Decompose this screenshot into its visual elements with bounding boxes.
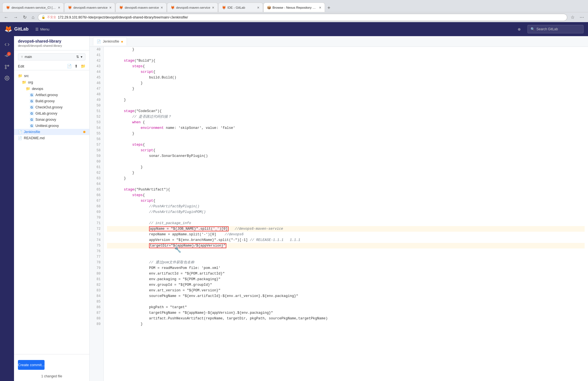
code-line-54: environment name: 'skipSonar', value: 'f… [107, 125, 585, 131]
code-line-56 [107, 136, 585, 142]
tab-6[interactable]: 📦 Browse - Nexus Repository Ma... × [263, 3, 325, 12]
gitlab-fox-icon: 🦊 [4, 25, 12, 33]
menu-button[interactable]: ☰ Menu [33, 26, 52, 32]
line-number-65: 65 [92, 187, 101, 192]
help-icon-btn[interactable]: ⊕ [515, 26, 523, 32]
svg-point-4 [5, 65, 6, 66]
svg-point-6 [6, 78, 8, 79]
branch-selector[interactable]: ⑂ main ⇅ ▾ [18, 53, 85, 61]
header-search[interactable]: 🔍 Search GitLab [527, 25, 584, 33]
modified-dot [83, 131, 85, 133]
tab-4-title: devops6-maven-service [176, 6, 210, 9]
floating-tool-icon[interactable]: 🔧 [174, 246, 181, 253]
code-line-53: when { [107, 120, 585, 125]
tree-item-gitlab[interactable]: G GitLab.groovy [14, 110, 89, 117]
line-number-60: 60 [92, 159, 101, 164]
groovy-icon-build: G [30, 99, 34, 103]
tab-2[interactable]: 🦊 devops6-maven-service × [64, 3, 115, 12]
folder-devops-label: devops [32, 87, 43, 91]
groovy-icon-checkout: G [30, 105, 34, 109]
new-dir-icon[interactable]: 📁 [81, 64, 85, 68]
tree-item-build[interactable]: G Build.groovy [14, 98, 89, 104]
code-line-81: env.packaging = "${POM.packaging}" [107, 277, 585, 282]
back-button[interactable]: ← [2, 14, 10, 21]
tree-item-unittest[interactable]: G Unittest.groovy [14, 123, 89, 129]
lock-icon: 🔓 [41, 15, 45, 19]
code-line-52: // 是否跳过代码扫描？ [107, 114, 585, 120]
folder-icon-src: 📁 [18, 74, 22, 78]
sidebar-merge-icon[interactable] [2, 62, 12, 72]
tab-1-close[interactable]: × [58, 5, 60, 10]
tab-4[interactable]: 🦊 devops6-maven-service × [167, 3, 218, 12]
line-number-63: 63 [92, 176, 101, 181]
forward-button[interactable]: → [12, 14, 20, 21]
file-tree-content: 📁 src 📁 org 📁 devops G Artifact.groovy G… [14, 70, 89, 354]
code-line-89: } [107, 321, 585, 327]
tree-item-devops[interactable]: 📁 devops [14, 85, 89, 92]
line-number-72: 72 [92, 226, 101, 232]
tab-5-title: IDE - GitLab [227, 6, 255, 9]
tab-1[interactable]: 🦊 devops6-maven-service_CI [Je... × [2, 3, 64, 12]
tree-item-checkout[interactable]: G CheckOut.groovy [14, 104, 89, 110]
line-number-78: 78 [92, 260, 101, 265]
tab-6-close[interactable]: × [319, 5, 321, 10]
gitlab-logo: 🦊 GitLab [4, 25, 29, 33]
address-bar-row: ← → ↻ ⌂ 🔓 不安全 172.29.9.101:8076/-/ide/pr… [0, 12, 588, 22]
tab-3-close[interactable]: × [161, 5, 163, 10]
home-button[interactable]: ⌂ [30, 14, 36, 21]
tree-item-jenkinsfile[interactable]: 📄 Jenkinsfile [14, 129, 89, 135]
tree-item-readme[interactable]: 📄 README.md [14, 135, 89, 141]
tab-4-close[interactable]: × [212, 5, 214, 10]
line-number-73: 73 [92, 232, 101, 237]
code-line-49: } [107, 97, 585, 103]
code-editor[interactable]: 4041424344454647484950515253545556575859… [90, 47, 588, 381]
readme-icon: 📄 [18, 136, 22, 140]
folder-org-label: org [28, 80, 33, 84]
new-file-icon[interactable]: 📄 [67, 64, 72, 68]
address-input[interactable]: 🔓 不安全 172.29.9.101:8076/-/ide/project/de… [38, 14, 567, 21]
line-number-85: 85 [92, 299, 101, 305]
gitlab-header: 🦊 GitLab ☰ Menu ⊕ 🔍 Search GitLab [0, 22, 588, 36]
code-line-41 [107, 52, 585, 58]
line-number-50: 50 [92, 103, 101, 108]
code-line-70 [107, 215, 585, 220]
edit-actions: Edit 📄 ⬆ 📁 [14, 62, 89, 70]
file-checkout-label: CheckOut.groovy [36, 105, 63, 109]
sidebar-code-icon[interactable] [2, 40, 12, 50]
editor-file-tab[interactable]: 📄 Jenkinsfile ● [93, 37, 127, 45]
tab-6-title: Browse - Nexus Repository Ma... [273, 6, 317, 9]
bookmark-button[interactable]: ☆ [569, 13, 576, 21]
sidebar-icons: 1 [0, 36, 14, 381]
sidebar-commit-icon[interactable]: 1 [2, 51, 12, 61]
address-text: 172.29.9.101:8076/-/ide/project/devops6/… [58, 15, 188, 19]
line-number-86: 86 [92, 305, 101, 310]
tree-item-src[interactable]: 📁 src [14, 73, 89, 79]
upload-icon[interactable]: ⬆ [75, 64, 78, 68]
line-number-56: 56 [92, 136, 101, 142]
new-tab-button[interactable]: + [326, 4, 332, 12]
tab-5-close[interactable]: × [257, 5, 259, 10]
branch-icon: ⑂ [21, 55, 23, 59]
line-number-47: 47 [92, 86, 101, 92]
line-number-66: 66 [92, 192, 101, 198]
sidebar-settings-icon[interactable] [2, 73, 12, 83]
tab-5[interactable]: 🦊 IDE - GitLab × [218, 3, 263, 12]
extensions-button[interactable]: ⋯ [578, 13, 586, 21]
tab-6-icon: 📦 [267, 6, 271, 10]
hamburger-icon: ☰ [35, 27, 39, 31]
create-commit-button[interactable]: Create commit... [18, 360, 45, 370]
line-number-46: 46 [92, 80, 101, 86]
tab-3-title: devops6-maven-service [125, 6, 159, 9]
code-line-73: repoName = appName.split('-')[0] //devop… [107, 232, 585, 237]
code-line-43: steps{ [107, 64, 585, 69]
tree-item-artifact[interactable]: G Artifact.groovy [14, 92, 89, 98]
tree-item-sonar[interactable]: G Sonar.groovy [14, 117, 89, 123]
code-line-78: // 通过pom文件获取包名称 [107, 260, 585, 265]
line-number-80: 80 [92, 271, 101, 277]
reload-button[interactable]: ↻ [21, 13, 28, 21]
tab-3[interactable]: 🦊 devops6-maven-service × [115, 3, 166, 12]
tab-2-close[interactable]: × [109, 5, 111, 10]
code-line-72: appName = "${JOB_NAME}".split('_')[0] //… [107, 226, 585, 232]
tree-item-org[interactable]: 📁 org [14, 79, 89, 85]
tab-bar: 🦊 devops6-maven-service_CI [Je... × 🦊 de… [2, 0, 331, 12]
